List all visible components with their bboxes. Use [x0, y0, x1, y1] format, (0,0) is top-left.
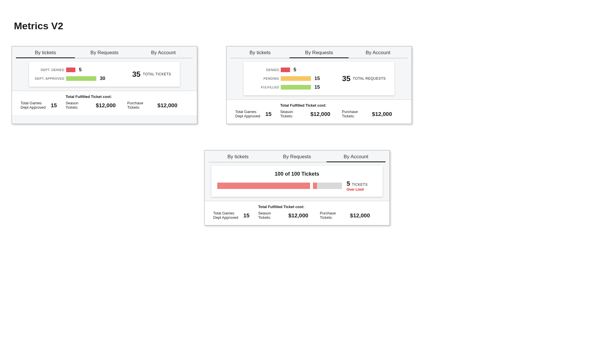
- purchase-label: Purchase Tickets:: [320, 211, 346, 220]
- bar-label: DEPT. DENIED: [35, 68, 66, 72]
- bar-value: 5: [294, 67, 296, 73]
- over-value: 5: [347, 180, 350, 188]
- purchase-value: $12,000: [350, 212, 370, 219]
- total-requests: 35 TOTAL REQUESTS: [342, 74, 389, 83]
- total-label: TOTAL REQUESTS: [353, 77, 386, 81]
- bar-approved: [66, 76, 96, 81]
- tickets-chart-panel: DEPT. DENIED 5 DEPT. APPROVED 30 35 TOTA…: [29, 62, 180, 87]
- tab-bar: By tickets By Requests By Account: [12, 46, 197, 58]
- bar-value: 15: [314, 76, 320, 81]
- tab-by-requests[interactable]: By Requests: [267, 153, 326, 162]
- purchase-value: $12,000: [372, 111, 392, 117]
- over-limit-label: Over Limit: [347, 188, 364, 192]
- bar-denied: [281, 68, 290, 72]
- bar-row-dept-denied: DEPT. DENIED 5: [35, 67, 105, 73]
- season-value: $12,000: [288, 212, 308, 219]
- metrics-card-requests: By tickets By Requests By Account DENIED…: [226, 46, 412, 124]
- metrics-card-tickets: By tickets By Requests By Account DEPT. …: [12, 46, 197, 124]
- bar-row-fulfilled: FULFILLED 15: [249, 84, 320, 90]
- total-games-value: 15: [243, 212, 249, 219]
- card-footer: Total Games Dept Approved 15 Total Fulfi…: [204, 201, 390, 225]
- bar-label: FULFILLED: [249, 85, 281, 89]
- tab-by-account[interactable]: By Account: [349, 49, 408, 58]
- tab-by-tickets[interactable]: By tickets: [231, 49, 289, 58]
- tab-by-requests[interactable]: By Requests: [289, 49, 348, 58]
- total-games-label: Total Games Dept Approved: [235, 110, 261, 119]
- page-title: Metrics V2: [14, 20, 582, 32]
- bar-value: 5: [79, 67, 82, 73]
- tab-by-tickets[interactable]: By tickets: [209, 153, 267, 162]
- bar-label: PENDING: [249, 77, 281, 80]
- total-label: TOTAL TICKETS: [143, 72, 171, 76]
- bar-label: DENIED: [249, 68, 281, 72]
- tab-by-account[interactable]: By Account: [327, 153, 385, 162]
- tab-bar: By tickets By Requests By Account: [204, 150, 390, 162]
- requests-chart-panel: DENIED 5 PENDING 15 FULFILLED 15 35 TOTA…: [244, 62, 394, 95]
- purchase-label: Purchase Tickets:: [127, 101, 153, 110]
- cost-header: Total Fulfilled Ticket cost:: [280, 103, 392, 108]
- season-label: Season Tickets:: [280, 110, 306, 119]
- progress-over-fill: [313, 183, 317, 189]
- tab-by-tickets[interactable]: By tickets: [16, 49, 75, 58]
- bar-row-pending: PENDING 15: [249, 76, 320, 81]
- total-games-value: 15: [265, 111, 271, 117]
- bar-pending: [281, 76, 311, 81]
- metrics-card-account: By tickets By Requests By Account 100 of…: [204, 150, 390, 225]
- season-value: $12,000: [96, 102, 116, 109]
- tab-bar: By tickets By Requests By Account: [227, 46, 412, 58]
- total-games-label: Total Games Dept Approved: [21, 101, 47, 110]
- cost-header: Total Fulfilled Ticket cost:: [258, 205, 370, 209]
- season-value: $12,000: [310, 111, 330, 117]
- card-footer: Total Games Dept Approved 15 Total Fulfi…: [227, 99, 412, 124]
- tab-by-requests[interactable]: By Requests: [75, 49, 134, 58]
- bar-denied: [66, 68, 75, 72]
- bar-label: DEPT. APPROVED: [35, 77, 66, 80]
- over-unit: TICKETS: [352, 183, 367, 187]
- total-games-label: Total Games Dept Approved: [213, 211, 239, 220]
- cost-header: Total Fulfilled Ticket cost:: [66, 94, 177, 99]
- bar-row-denied: DENIED 5: [249, 67, 320, 73]
- total-value: 35: [342, 74, 351, 83]
- progress-used-bar: [217, 183, 310, 189]
- bar-value: 30: [100, 76, 105, 81]
- card-footer: Total Games Dept Approved 15 Total Fulfi…: [12, 91, 197, 115]
- over-limit-block: 5 TICKETS Over Limit: [347, 180, 367, 192]
- purchase-label: Purchase Tickets:: [342, 110, 368, 119]
- bar-value: 15: [314, 84, 320, 90]
- total-value: 35: [132, 70, 141, 79]
- season-label: Season Tickets:: [258, 211, 284, 220]
- bar-fulfilled: [281, 85, 311, 90]
- total-tickets: 35 TOTAL TICKETS: [132, 70, 174, 79]
- season-label: Season Tickets:: [66, 101, 92, 110]
- total-games-value: 15: [51, 102, 57, 109]
- purchase-value: $12,000: [157, 102, 178, 109]
- tab-by-account[interactable]: By Account: [134, 49, 193, 58]
- progress-over-track: [313, 183, 342, 189]
- bar-row-dept-approved: DEPT. APPROVED 30: [35, 76, 105, 81]
- account-chart-panel: 100 of 100 Tickets 5 TICKETS Over Limit: [211, 166, 383, 197]
- progress-title: 100 of 100 Tickets: [217, 171, 377, 177]
